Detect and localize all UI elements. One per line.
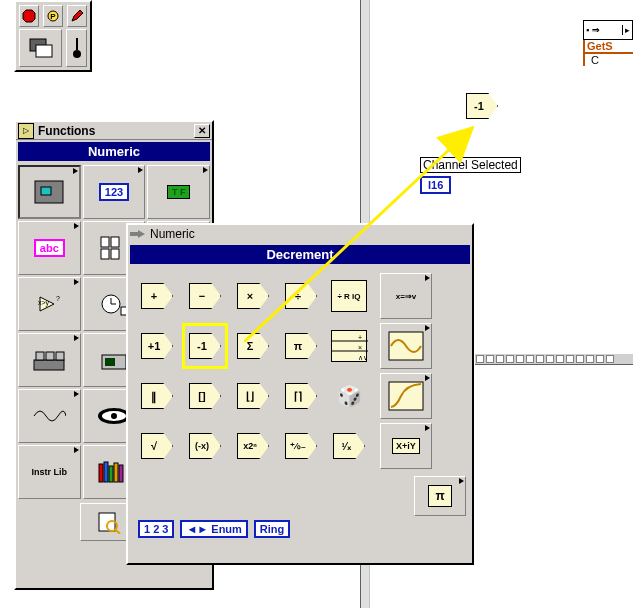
op-sign[interactable]: ⁺⁄₀₋: [278, 423, 324, 469]
op-multiply[interactable]: ×: [230, 273, 276, 319]
op-increment[interactable]: +1: [134, 323, 180, 369]
palette-string[interactable]: abc: [18, 221, 81, 275]
brush-icon: [70, 36, 84, 60]
svg-marker-0: [23, 10, 35, 22]
submenu-arrow-icon: [74, 391, 79, 397]
numeric-titlebar[interactable]: Numeric: [128, 225, 472, 243]
round-icon: []: [198, 390, 205, 402]
structures-icon: [31, 177, 67, 207]
palette-numeric[interactable]: 123: [83, 165, 146, 219]
channel-selected-label: Channel Selected: [420, 157, 521, 173]
op-floor[interactable]: ⌊⌋: [230, 373, 276, 419]
svg-rect-9: [101, 237, 109, 247]
ceil-icon: ⌈⌉: [294, 390, 302, 403]
palette-instr-lib[interactable]: Instr Lib: [18, 445, 81, 499]
sign-icon: ⁺⁄₀₋: [290, 441, 306, 451]
functions-title: Functions: [38, 124, 194, 138]
op-compound[interactable]: +×∧∨: [326, 323, 372, 369]
svg-text:x>y: x>y: [38, 299, 50, 307]
op-negate[interactable]: (-x): [182, 423, 228, 469]
trig-icon: [386, 329, 426, 363]
negate-icon: (-x): [195, 441, 209, 451]
submenu-arrow-icon: [425, 375, 430, 381]
side-constants[interactable]: π: [414, 476, 466, 516]
svg-rect-11: [101, 249, 109, 259]
power2-icon: x2ⁿ: [243, 441, 257, 451]
qr-icon: ÷ R IQ: [331, 280, 367, 312]
op-divide[interactable]: ÷: [278, 273, 324, 319]
side-trig[interactable]: [380, 323, 432, 369]
svg-text:∧∨: ∧∨: [358, 354, 368, 361]
palette-structures[interactable]: [18, 165, 81, 219]
search-icon: [96, 510, 122, 534]
side-conversion[interactable]: x=⇒v: [380, 273, 432, 319]
op-random[interactable]: 🎲: [326, 373, 372, 419]
gets-label: GetS: [583, 40, 633, 54]
object-tool[interactable]: [19, 29, 62, 67]
array-icon: [99, 235, 129, 261]
submenu-arrow-icon: [425, 275, 430, 281]
svg-rect-51: [130, 232, 138, 236]
numeric-selected-label: Decrement: [130, 245, 470, 264]
palette-file-io[interactable]: [18, 333, 81, 387]
probe-tool[interactable]: P: [43, 5, 63, 27]
svg-point-36: [111, 413, 117, 419]
palette-comparison[interactable]: x>y?: [18, 277, 81, 331]
constants-icon: π: [428, 485, 451, 507]
stop-tool[interactable]: [19, 5, 39, 27]
decrement-glyph: -1: [474, 100, 484, 112]
functions-icon: ▷: [18, 123, 34, 139]
op-round[interactable]: []: [182, 373, 228, 419]
dropped-decrement-node[interactable]: -1: [466, 93, 498, 119]
op-power2[interactable]: x2ⁿ: [230, 423, 276, 469]
palette-boolean[interactable]: T F: [147, 165, 210, 219]
svg-marker-52: [138, 230, 145, 238]
side-log[interactable]: [380, 373, 432, 419]
partial-node-top[interactable]: ▪ ⇒ ▸: [583, 20, 633, 40]
submenu-arrow-icon: [74, 335, 79, 341]
side-complex[interactable]: X+iY: [380, 423, 432, 469]
multiply-icon: ×: [247, 290, 253, 302]
op-quotient-remainder[interactable]: ÷ R IQ: [326, 273, 372, 319]
log-icon: [386, 379, 426, 413]
submenu-arrow-icon: [425, 425, 430, 431]
op-decrement[interactable]: -1: [182, 323, 228, 369]
instrlib-label: Instr Lib: [32, 467, 68, 477]
ring-constant-button[interactable]: Ring: [254, 520, 290, 538]
pin-icon[interactable]: [130, 228, 146, 240]
functions-titlebar[interactable]: ▷ Functions ✕: [16, 122, 212, 140]
reciprocal-icon: ¹⁄ₓ: [342, 441, 351, 452]
op-product[interactable]: π: [278, 323, 324, 369]
palette-signal[interactable]: [18, 389, 81, 443]
submenu-arrow-icon: [459, 478, 464, 484]
fileio-icon: [32, 346, 66, 374]
product-icon: π: [294, 340, 302, 352]
svg-marker-3: [72, 10, 83, 21]
op-reciprocal[interactable]: ¹⁄ₓ: [326, 423, 372, 469]
op-sqrt[interactable]: √: [134, 423, 180, 469]
op-add[interactable]: +: [134, 273, 180, 319]
rects-icon: [26, 35, 56, 61]
sum-icon: Σ: [247, 340, 254, 352]
svg-rect-29: [56, 352, 64, 360]
submenu-arrow-icon: [138, 167, 143, 173]
enum-constant-button[interactable]: ◄► Enum: [180, 520, 247, 538]
svg-rect-40: [104, 462, 108, 482]
brush-tool[interactable]: [66, 29, 87, 67]
op-ceil[interactable]: ⌈⌉: [278, 373, 324, 419]
op-subtract[interactable]: −: [182, 273, 228, 319]
i16-indicator[interactable]: I16: [420, 176, 451, 194]
svg-text:×: ×: [358, 344, 362, 351]
probe-icon: P: [46, 9, 60, 23]
svg-rect-26: [34, 360, 64, 370]
op-sum[interactable]: Σ: [230, 323, 276, 369]
close-button[interactable]: ✕: [194, 124, 210, 138]
svg-rect-41: [109, 466, 113, 482]
c-label: C: [583, 54, 633, 66]
instrument-icon: [99, 347, 129, 373]
op-abs[interactable]: ‖: [134, 373, 180, 419]
floor-icon: ⌊⌋: [246, 390, 254, 403]
pencil-tool[interactable]: [67, 5, 87, 27]
numeric-constant-button[interactable]: 1 2 3: [138, 520, 174, 538]
add-icon: +: [151, 290, 157, 302]
